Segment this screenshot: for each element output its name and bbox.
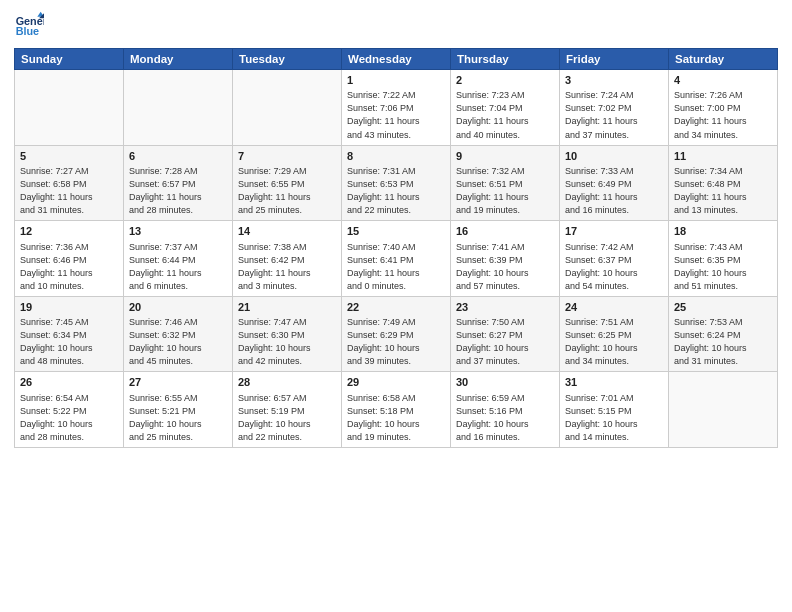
day-info: Sunrise: 7:01 AM Sunset: 5:15 PM Dayligh… (565, 392, 663, 444)
calendar-cell: 10Sunrise: 7:33 AM Sunset: 6:49 PM Dayli… (560, 145, 669, 221)
calendar-cell (669, 372, 778, 448)
calendar-cell: 5Sunrise: 7:27 AM Sunset: 6:58 PM Daylig… (15, 145, 124, 221)
day-number: 28 (238, 375, 336, 390)
day-info: Sunrise: 7:33 AM Sunset: 6:49 PM Dayligh… (565, 165, 663, 217)
day-info: Sunrise: 7:42 AM Sunset: 6:37 PM Dayligh… (565, 241, 663, 293)
calendar-cell: 24Sunrise: 7:51 AM Sunset: 6:25 PM Dayli… (560, 296, 669, 372)
calendar-cell: 2Sunrise: 7:23 AM Sunset: 7:04 PM Daylig… (451, 70, 560, 146)
calendar-cell: 21Sunrise: 7:47 AM Sunset: 6:30 PM Dayli… (233, 296, 342, 372)
day-info: Sunrise: 7:34 AM Sunset: 6:48 PM Dayligh… (674, 165, 772, 217)
day-number: 20 (129, 300, 227, 315)
day-info: Sunrise: 7:47 AM Sunset: 6:30 PM Dayligh… (238, 316, 336, 368)
calendar-cell: 16Sunrise: 7:41 AM Sunset: 6:39 PM Dayli… (451, 221, 560, 297)
week-row-4: 19Sunrise: 7:45 AM Sunset: 6:34 PM Dayli… (15, 296, 778, 372)
day-info: Sunrise: 7:51 AM Sunset: 6:25 PM Dayligh… (565, 316, 663, 368)
calendar-cell (15, 70, 124, 146)
day-info: Sunrise: 7:40 AM Sunset: 6:41 PM Dayligh… (347, 241, 445, 293)
day-number: 3 (565, 73, 663, 88)
calendar-table: SundayMondayTuesdayWednesdayThursdayFrid… (14, 48, 778, 448)
day-number: 11 (674, 149, 772, 164)
weekday-header-saturday: Saturday (669, 49, 778, 70)
day-number: 4 (674, 73, 772, 88)
calendar-cell: 12Sunrise: 7:36 AM Sunset: 6:46 PM Dayli… (15, 221, 124, 297)
calendar-cell: 4Sunrise: 7:26 AM Sunset: 7:00 PM Daylig… (669, 70, 778, 146)
day-number: 25 (674, 300, 772, 315)
day-number: 2 (456, 73, 554, 88)
weekday-header-wednesday: Wednesday (342, 49, 451, 70)
calendar-cell: 30Sunrise: 6:59 AM Sunset: 5:16 PM Dayli… (451, 372, 560, 448)
calendar-cell: 20Sunrise: 7:46 AM Sunset: 6:32 PM Dayli… (124, 296, 233, 372)
day-info: Sunrise: 7:38 AM Sunset: 6:42 PM Dayligh… (238, 241, 336, 293)
week-row-2: 5Sunrise: 7:27 AM Sunset: 6:58 PM Daylig… (15, 145, 778, 221)
week-row-1: 1Sunrise: 7:22 AM Sunset: 7:06 PM Daylig… (15, 70, 778, 146)
day-info: Sunrise: 7:24 AM Sunset: 7:02 PM Dayligh… (565, 89, 663, 141)
calendar-cell (233, 70, 342, 146)
day-number: 31 (565, 375, 663, 390)
day-number: 7 (238, 149, 336, 164)
day-number: 1 (347, 73, 445, 88)
day-number: 8 (347, 149, 445, 164)
day-number: 27 (129, 375, 227, 390)
day-info: Sunrise: 7:31 AM Sunset: 6:53 PM Dayligh… (347, 165, 445, 217)
day-info: Sunrise: 7:22 AM Sunset: 7:06 PM Dayligh… (347, 89, 445, 141)
day-info: Sunrise: 7:45 AM Sunset: 6:34 PM Dayligh… (20, 316, 118, 368)
weekday-header-thursday: Thursday (451, 49, 560, 70)
day-info: Sunrise: 6:54 AM Sunset: 5:22 PM Dayligh… (20, 392, 118, 444)
day-number: 19 (20, 300, 118, 315)
day-info: Sunrise: 7:43 AM Sunset: 6:35 PM Dayligh… (674, 241, 772, 293)
day-number: 29 (347, 375, 445, 390)
day-number: 24 (565, 300, 663, 315)
day-number: 9 (456, 149, 554, 164)
day-number: 17 (565, 224, 663, 239)
day-info: Sunrise: 7:26 AM Sunset: 7:00 PM Dayligh… (674, 89, 772, 141)
day-number: 6 (129, 149, 227, 164)
calendar-cell: 31Sunrise: 7:01 AM Sunset: 5:15 PM Dayli… (560, 372, 669, 448)
day-number: 18 (674, 224, 772, 239)
weekday-header-friday: Friday (560, 49, 669, 70)
calendar-cell (124, 70, 233, 146)
weekday-header-sunday: Sunday (15, 49, 124, 70)
day-number: 15 (347, 224, 445, 239)
day-number: 10 (565, 149, 663, 164)
day-info: Sunrise: 7:28 AM Sunset: 6:57 PM Dayligh… (129, 165, 227, 217)
calendar-cell: 25Sunrise: 7:53 AM Sunset: 6:24 PM Dayli… (669, 296, 778, 372)
calendar-cell: 19Sunrise: 7:45 AM Sunset: 6:34 PM Dayli… (15, 296, 124, 372)
weekday-header-monday: Monday (124, 49, 233, 70)
day-info: Sunrise: 7:53 AM Sunset: 6:24 PM Dayligh… (674, 316, 772, 368)
calendar-cell: 11Sunrise: 7:34 AM Sunset: 6:48 PM Dayli… (669, 145, 778, 221)
day-info: Sunrise: 7:46 AM Sunset: 6:32 PM Dayligh… (129, 316, 227, 368)
calendar-cell: 27Sunrise: 6:55 AM Sunset: 5:21 PM Dayli… (124, 372, 233, 448)
calendar-cell: 29Sunrise: 6:58 AM Sunset: 5:18 PM Dayli… (342, 372, 451, 448)
day-number: 5 (20, 149, 118, 164)
logo: General Blue (14, 10, 44, 40)
calendar-cell: 7Sunrise: 7:29 AM Sunset: 6:55 PM Daylig… (233, 145, 342, 221)
day-info: Sunrise: 6:55 AM Sunset: 5:21 PM Dayligh… (129, 392, 227, 444)
day-info: Sunrise: 7:23 AM Sunset: 7:04 PM Dayligh… (456, 89, 554, 141)
day-info: Sunrise: 7:29 AM Sunset: 6:55 PM Dayligh… (238, 165, 336, 217)
day-number: 30 (456, 375, 554, 390)
weekday-header-row: SundayMondayTuesdayWednesdayThursdayFrid… (15, 49, 778, 70)
calendar-cell: 28Sunrise: 6:57 AM Sunset: 5:19 PM Dayli… (233, 372, 342, 448)
calendar-cell: 6Sunrise: 7:28 AM Sunset: 6:57 PM Daylig… (124, 145, 233, 221)
calendar-cell: 17Sunrise: 7:42 AM Sunset: 6:37 PM Dayli… (560, 221, 669, 297)
day-info: Sunrise: 7:50 AM Sunset: 6:27 PM Dayligh… (456, 316, 554, 368)
day-number: 23 (456, 300, 554, 315)
day-info: Sunrise: 7:27 AM Sunset: 6:58 PM Dayligh… (20, 165, 118, 217)
week-row-3: 12Sunrise: 7:36 AM Sunset: 6:46 PM Dayli… (15, 221, 778, 297)
day-number: 21 (238, 300, 336, 315)
calendar-cell: 26Sunrise: 6:54 AM Sunset: 5:22 PM Dayli… (15, 372, 124, 448)
weekday-header-tuesday: Tuesday (233, 49, 342, 70)
week-row-5: 26Sunrise: 6:54 AM Sunset: 5:22 PM Dayli… (15, 372, 778, 448)
day-number: 14 (238, 224, 336, 239)
calendar-cell: 13Sunrise: 7:37 AM Sunset: 6:44 PM Dayli… (124, 221, 233, 297)
day-info: Sunrise: 6:58 AM Sunset: 5:18 PM Dayligh… (347, 392, 445, 444)
calendar-cell: 15Sunrise: 7:40 AM Sunset: 6:41 PM Dayli… (342, 221, 451, 297)
calendar-cell: 22Sunrise: 7:49 AM Sunset: 6:29 PM Dayli… (342, 296, 451, 372)
day-info: Sunrise: 7:49 AM Sunset: 6:29 PM Dayligh… (347, 316, 445, 368)
calendar-cell: 9Sunrise: 7:32 AM Sunset: 6:51 PM Daylig… (451, 145, 560, 221)
logo-icon: General Blue (14, 10, 44, 40)
day-number: 26 (20, 375, 118, 390)
day-info: Sunrise: 6:57 AM Sunset: 5:19 PM Dayligh… (238, 392, 336, 444)
day-number: 12 (20, 224, 118, 239)
day-info: Sunrise: 7:36 AM Sunset: 6:46 PM Dayligh… (20, 241, 118, 293)
